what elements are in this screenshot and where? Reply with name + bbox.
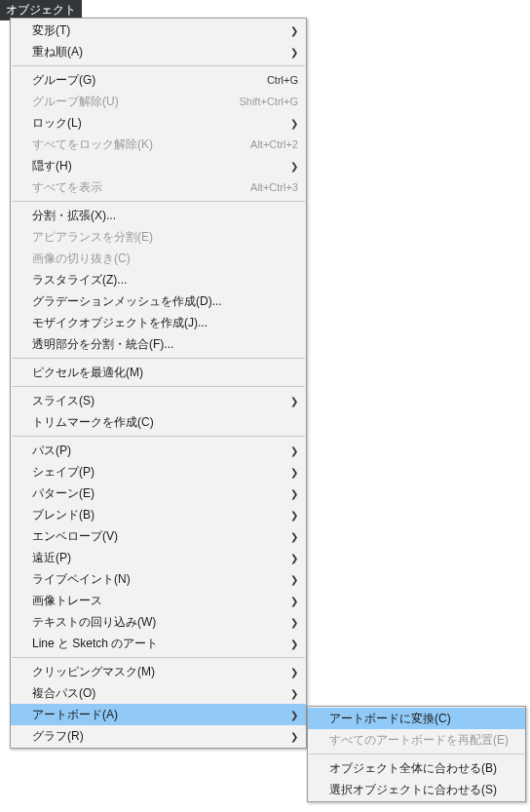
- artboards-submenu-panel: アートボードに変換(C)すべてのアートボードを再配置(E)オブジェクト全体に合わ…: [307, 706, 526, 802]
- menu-item-label: グラデーションメッシュを作成(D)...: [32, 293, 298, 310]
- menu-item-text-wrap[interactable]: テキストの回り込み(W)❯: [11, 611, 306, 633]
- menu-item-graph[interactable]: グラフ(R)❯: [11, 725, 306, 747]
- menu-item-label: モザイクオブジェクトを作成(J)...: [32, 315, 298, 331]
- submenu-arrow-icon: ❯: [288, 510, 298, 521]
- submenu-arrow-icon: ❯: [288, 596, 298, 606]
- menu-item-image-trace[interactable]: 画像トレース❯: [11, 590, 306, 611]
- menu-item-unlock-all: すべてをロック解除(K)Alt+Ctrl+2: [11, 134, 306, 155]
- submenu-arrow-icon: ❯: [288, 688, 298, 699]
- submenu-item-fit-to-selected[interactable]: 選択オブジェクトに合わせる(S): [308, 779, 525, 800]
- submenu-arrow-icon: ❯: [288, 396, 298, 406]
- object-menu-panel: 変形(T)❯重ね順(A)❯グループ(G)Ctrl+Gグループ解除(U)Shift…: [10, 18, 307, 749]
- menu-separator: [309, 754, 524, 754]
- menu-item-label: テキストの回り込み(W): [32, 614, 288, 631]
- menu-separator: [12, 436, 305, 437]
- menu-item-label: パターン(E): [32, 485, 288, 502]
- menu-item-label: 重ね順(A): [32, 44, 288, 60]
- menu-item-path[interactable]: パス(P)❯: [11, 440, 306, 461]
- menu-item-label: グループ解除(U): [32, 94, 229, 110]
- menu-item-slice[interactable]: スライス(S)❯: [11, 390, 306, 411]
- submenu-arrow-icon: ❯: [288, 25, 298, 36]
- menu-item-label: 変形(T): [32, 22, 288, 39]
- menu-item-label: 隠す(H): [32, 158, 288, 174]
- menu-item-label: アピアランスを分割(E): [32, 229, 298, 246]
- menu-item-label: ブレンド(B): [32, 507, 288, 523]
- menu-item-label: ロック(L): [32, 115, 288, 132]
- menu-item-flatten-transparency[interactable]: 透明部分を分割・統合(F)...: [11, 333, 306, 355]
- menu-item-show-all: すべてを表示Alt+Ctrl+3: [11, 176, 306, 198]
- menu-separator: [12, 65, 305, 66]
- menu-item-clipping-mask[interactable]: クリッピングマスク(M)❯: [11, 661, 306, 682]
- menu-separator: [12, 201, 305, 202]
- menu-separator: [12, 386, 305, 387]
- menu-item-label: エンベロープ(V): [32, 528, 288, 545]
- submenu-item-rearrange-all: すべてのアートボードを再配置(E): [308, 729, 525, 751]
- submenu-arrow-icon: ❯: [288, 445, 298, 456]
- submenu-arrow-icon: ❯: [288, 617, 298, 628]
- menu-item-label: パス(P): [32, 443, 288, 459]
- menu-item-label: すべてを表示: [32, 179, 241, 196]
- menu-item-label: アートボード(A): [32, 707, 288, 723]
- menu-item-compound-path[interactable]: 複合パス(O)❯: [11, 682, 306, 704]
- menu-separator: [12, 358, 305, 359]
- submenu-arrow-icon: ❯: [288, 531, 298, 542]
- menu-item-label: ライブペイント(N): [32, 571, 288, 588]
- menu-item-label: グラフ(R): [32, 728, 288, 745]
- menu-item-envelope[interactable]: エンベロープ(V)❯: [11, 525, 306, 547]
- menu-item-label: オブジェクト全体に合わせる(B): [329, 760, 517, 777]
- menu-item-shape[interactable]: シェイプ(P)❯: [11, 461, 306, 483]
- menu-item-expand[interactable]: 分割・拡張(X)...: [11, 205, 306, 226]
- menu-item-label: Line と Sketch のアート: [32, 636, 288, 652]
- menu-item-pixel-perfect[interactable]: ピクセルを最適化(M): [11, 362, 306, 383]
- menu-item-label: 遠近(P): [32, 550, 288, 566]
- menu-item-label: ラスタライズ(Z)...: [32, 272, 298, 289]
- menu-item-trim-marks[interactable]: トリムマークを作成(C): [11, 411, 306, 433]
- menu-item-crop-image: 画像の切り抜き(C): [11, 248, 306, 269]
- menu-item-label: スライス(S): [32, 393, 288, 409]
- menu-item-transform[interactable]: 変形(T)❯: [11, 19, 306, 41]
- submenu-arrow-icon: ❯: [288, 488, 298, 499]
- menu-item-mosaic[interactable]: モザイクオブジェクトを作成(J)...: [11, 312, 306, 333]
- menu-item-label: 複合パス(O): [32, 685, 288, 702]
- menu-item-lock[interactable]: ロック(L)❯: [11, 112, 306, 134]
- menu-title-label: オブジェクト: [6, 3, 76, 17]
- menu-item-pattern[interactable]: パターン(E)❯: [11, 483, 306, 504]
- menu-item-label: シェイプ(P): [32, 464, 288, 481]
- submenu-item-fit-to-artwork[interactable]: オブジェクト全体に合わせる(B): [308, 757, 525, 779]
- menu-item-hide[interactable]: 隠す(H)❯: [11, 155, 306, 176]
- submenu-arrow-icon: ❯: [288, 667, 298, 677]
- menu-item-ungroup: グループ解除(U)Shift+Ctrl+G: [11, 91, 306, 112]
- submenu-arrow-icon: ❯: [288, 553, 298, 563]
- menu-item-label: グループ(G): [32, 72, 257, 89]
- menu-item-rasterize[interactable]: ラスタライズ(Z)...: [11, 269, 306, 290]
- submenu-arrow-icon: ❯: [288, 710, 298, 720]
- menu-item-label: 画像の切り抜き(C): [32, 251, 298, 267]
- menu-item-label: すべてをロック解除(K): [32, 136, 241, 153]
- menu-item-shortcut: Shift+Ctrl+G: [239, 96, 298, 107]
- menu-item-label: 分割・拡張(X)...: [32, 208, 298, 224]
- menu-item-group[interactable]: グループ(G)Ctrl+G: [11, 69, 306, 91]
- submenu-arrow-icon: ❯: [288, 574, 298, 585]
- menu-item-artboards[interactable]: アートボード(A)❯: [11, 704, 306, 725]
- submenu-arrow-icon: ❯: [288, 118, 298, 129]
- menu-item-label: 透明部分を分割・統合(F)...: [32, 336, 298, 353]
- submenu-arrow-icon: ❯: [288, 467, 298, 478]
- submenu-item-convert-to-artboards[interactable]: アートボードに変換(C): [308, 708, 525, 729]
- menu-item-perspective[interactable]: 遠近(P)❯: [11, 547, 306, 568]
- menu-item-shortcut: Ctrl+G: [267, 74, 298, 86]
- menu-item-shortcut: Alt+Ctrl+3: [250, 181, 298, 193]
- menu-item-shortcut: Alt+Ctrl+2: [250, 138, 298, 150]
- menu-item-live-paint[interactable]: ライブペイント(N)❯: [11, 568, 306, 590]
- menu-item-expand-appearance: アピアランスを分割(E): [11, 226, 306, 248]
- menu-item-label: すべてのアートボードを再配置(E): [329, 732, 517, 749]
- menu-item-line-sketch[interactable]: Line と Sketch のアート❯: [11, 633, 306, 654]
- menu-item-label: ピクセルを最適化(M): [32, 365, 298, 381]
- menu-item-gradient-mesh[interactable]: グラデーションメッシュを作成(D)...: [11, 290, 306, 312]
- menu-item-label: アートボードに変換(C): [329, 711, 517, 727]
- submenu-arrow-icon: ❯: [288, 731, 298, 742]
- menu-separator: [12, 657, 305, 658]
- menu-item-label: 画像トレース: [32, 593, 288, 609]
- menu-item-blend[interactable]: ブレンド(B)❯: [11, 504, 306, 525]
- submenu-arrow-icon: ❯: [288, 638, 298, 649]
- menu-item-arrange[interactable]: 重ね順(A)❯: [11, 41, 306, 62]
